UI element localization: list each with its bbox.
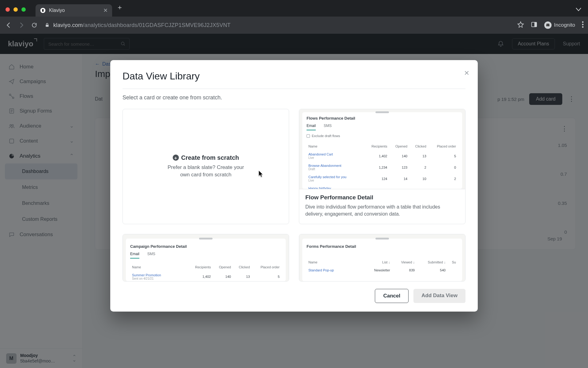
add-data-view-button[interactable]: Add Data View (413, 289, 466, 303)
back-button[interactable] (4, 21, 13, 29)
table-row: Standard Pop-upNewsletter839540 (307, 266, 457, 274)
window-controls[interactable] (6, 7, 26, 12)
option-preview: Forms Performance Detail Name List ↓ Vie… (299, 234, 465, 282)
maximize-window-icon[interactable] (21, 7, 26, 12)
option-blurb: Dive into individual flow performance wi… (305, 203, 459, 217)
preview-title: Campaign Performance Detail (130, 244, 281, 249)
svg-point-7 (582, 21, 584, 23)
browser-tab-active[interactable]: Klaviyo ✕ (36, 4, 112, 17)
modal-overlay[interactable]: × Data View Library Select a card or cre… (0, 34, 588, 368)
reload-button[interactable] (30, 21, 39, 29)
browser-tabstrip: Klaviyo ✕ ＋ (0, 0, 588, 17)
tab-title: Klaviyo (49, 8, 65, 13)
preview-table: Name Recipients Opened Clicked Placed or… (130, 263, 281, 282)
drag-handle-icon (375, 111, 389, 113)
table-row: Summer PromotionSent on 4/21/211,4021401… (131, 271, 281, 282)
drag-handle-icon (375, 238, 389, 240)
svg-point-6 (548, 25, 549, 26)
option-preview: Flows Performance Detail Email SMS Exclu… (299, 109, 465, 189)
modal-title: Data View Library (123, 71, 466, 82)
panel-icon[interactable] (531, 21, 537, 29)
modal-subtitle: Select a card or create one from scratch… (123, 94, 466, 101)
checkbox-icon (307, 134, 310, 138)
tabs-collapse-icon[interactable] (576, 7, 581, 13)
preview-checkbox: Exclude draft flows (307, 134, 458, 138)
preview-tab-email: Email (307, 124, 316, 130)
option-preview: Campaign Performance Detail Email SMS Na… (123, 234, 289, 282)
svg-point-8 (582, 24, 584, 25)
forward-button[interactable] (17, 21, 26, 29)
browser-chrome: Klaviyo ✕ ＋ klaviyo.com/analytics/dashbo… (0, 0, 588, 34)
option-title: Flow Performance Detail (305, 194, 459, 201)
url-text: klaviyo.com/analytics/dashboards/01GDASF… (53, 22, 231, 29)
option-body: Prefer a blank slate? Create your own ca… (166, 164, 246, 179)
preview-tab-sms: SMS (324, 124, 332, 130)
bookmark-icon[interactable] (517, 21, 524, 29)
table-row: Browse AbandonmentDraft1,23412320 (307, 162, 457, 173)
option-create-from-scratch[interactable]: ＋ Create from scratch Prefer a blank sla… (123, 109, 289, 224)
svg-rect-1 (42, 9, 44, 12)
option-forms-performance[interactable]: Forms Performance Detail Name List ↓ Vie… (299, 234, 466, 282)
minimize-window-icon[interactable] (13, 7, 18, 12)
drag-handle-icon (199, 238, 213, 240)
option-flow-performance[interactable]: Flows Performance Detail Email SMS Exclu… (299, 109, 466, 224)
preview-title: Flows Performance Detail (307, 116, 458, 121)
divider (123, 89, 466, 89)
option-campaign-performance[interactable]: Campaign Performance Detail Email SMS Na… (123, 234, 289, 282)
incognito-indicator[interactable]: Incognito (544, 21, 575, 29)
close-window-icon[interactable] (6, 7, 10, 12)
cancel-button[interactable]: Cancel (375, 289, 409, 303)
preview-table: Name List ↓ Viewed ↓ Submitted ↓ Su Stan… (307, 258, 458, 274)
new-tab-button[interactable]: ＋ (116, 3, 123, 12)
table-row: Happy birthday (307, 185, 457, 189)
table-row: Abandoned CartLive1,402140135 (307, 151, 457, 161)
preview-tab-email: Email (130, 252, 139, 259)
browser-menu-icon[interactable] (582, 21, 584, 29)
option-title: Create from scratch (181, 154, 239, 161)
lock-icon (45, 23, 50, 28)
tab-favicon-icon (40, 7, 46, 13)
incognito-icon (544, 21, 552, 29)
data-view-library-modal: × Data View Library Select a card or cre… (110, 60, 478, 312)
preview-title: Forms Performance Detail (307, 244, 458, 249)
preview-tab-sms: SMS (147, 252, 155, 259)
svg-point-5 (546, 25, 548, 26)
svg-rect-4 (534, 22, 537, 27)
close-tab-icon[interactable]: ✕ (103, 7, 108, 14)
address-bar[interactable]: klaviyo.com/analytics/dashboards/01GDASF… (45, 22, 231, 29)
browser-toolbar: klaviyo.com/analytics/dashboards/01GDASF… (0, 17, 588, 34)
preview-table: Name Recipients Opened Clicked Placed or… (307, 142, 458, 189)
close-icon[interactable]: × (464, 69, 469, 77)
plus-circle-icon: ＋ (173, 155, 179, 161)
svg-point-9 (582, 26, 584, 28)
table-row: Carefully selected for youLive12414102 (307, 173, 457, 184)
svg-rect-2 (46, 25, 48, 27)
